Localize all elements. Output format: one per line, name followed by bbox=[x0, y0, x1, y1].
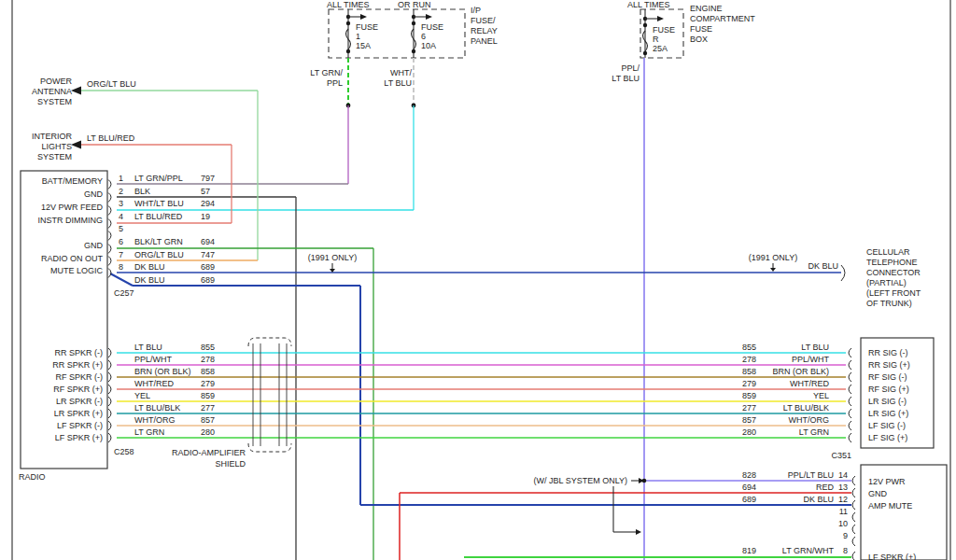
ip-fuse-relay-panel: ALL TIMES OR RUN I/P FUSE/ RELAY PANEL F… bbox=[327, 0, 498, 58]
pin-brace bbox=[852, 552, 855, 560]
pin-function-label: 12V PWR FEED bbox=[41, 203, 104, 212]
speaker-function-label: LF SPKR (+) bbox=[55, 433, 103, 442]
pin-brace bbox=[108, 245, 111, 254]
pin-brace bbox=[849, 348, 851, 357]
interior-lights-label: LIGHTS bbox=[41, 142, 72, 151]
left-arrow-icon bbox=[71, 87, 81, 95]
connector-c351: 855 LT BLU RR SIG (-) 278 PPL/WHT RR SIG… bbox=[742, 338, 934, 460]
circuit-number: 747 bbox=[201, 250, 215, 259]
pin-brace bbox=[852, 537, 855, 546]
wire-color-label: RED bbox=[816, 483, 835, 492]
wire-color-label: BLK/LT GRN bbox=[134, 237, 183, 246]
power-antenna-label: SYSTEM bbox=[37, 97, 72, 106]
pin-brace bbox=[108, 193, 111, 203]
pin-function-label: MUTE LOGIC bbox=[50, 266, 104, 275]
all-times-label: ALL TIMES bbox=[627, 0, 670, 9]
fuse-1-rating: 15A bbox=[356, 41, 371, 50]
right-arrow-icon bbox=[426, 14, 432, 20]
circuit-number: 819 bbox=[742, 546, 756, 555]
pin-brace bbox=[108, 219, 111, 229]
pin-brace bbox=[849, 409, 851, 418]
signal-function-label: LF SIG (-) bbox=[868, 421, 906, 430]
power-antenna-system: POWER ANTENNA SYSTEM ORG/LT BLU bbox=[32, 77, 136, 106]
pin-number: 9 bbox=[843, 531, 848, 540]
circuit-number: 279 bbox=[201, 379, 215, 388]
pin-brace bbox=[849, 360, 851, 370]
circuit-number: 694 bbox=[742, 483, 756, 492]
speaker-function-label: LR SPKR (-) bbox=[56, 397, 103, 406]
signal-function-label: RR SIG (-) bbox=[868, 348, 908, 357]
fuse-r-rating: 25A bbox=[653, 44, 668, 53]
wires bbox=[81, 58, 851, 560]
circuit-number: 858 bbox=[742, 367, 756, 376]
lt-blu-red-label: LT BLU/RED bbox=[87, 133, 135, 143]
pin-brace bbox=[108, 257, 111, 266]
fuse-1-terminal-dot bbox=[346, 21, 350, 25]
amp-function-label: 12V PWR bbox=[868, 477, 906, 486]
fuse-6-rating: 10A bbox=[421, 41, 436, 50]
connector-c258: RR SPKR (-) RR SPKR (+) RF SPKR (-) RF S… bbox=[52, 343, 215, 456]
wire-color-label: LT GRN bbox=[799, 427, 829, 437]
wire-color-label: BRN (OR BLK) bbox=[134, 367, 191, 376]
pin-number: 10 bbox=[838, 519, 848, 528]
wire-color-label: YEL bbox=[134, 391, 150, 400]
dk-blu-label: DK BLU bbox=[808, 261, 838, 271]
circuit-number: 859 bbox=[201, 391, 215, 400]
pin-brace bbox=[108, 409, 111, 418]
radio-label: RADIO bbox=[19, 472, 46, 482]
circuit-number: 855 bbox=[742, 343, 756, 352]
speaker-function-label: RR SPKR (+) bbox=[52, 360, 103, 370]
circuit-number: 689 bbox=[201, 275, 215, 285]
shield-label: SHIELD bbox=[215, 459, 246, 469]
signal-function-label: LF SIG (+) bbox=[868, 433, 907, 442]
signal-function-label: RF SIG (-) bbox=[868, 372, 907, 382]
right-arrow-icon bbox=[360, 14, 367, 20]
wire-689-dk-blu-branch-diagonal bbox=[110, 273, 133, 286]
ip-panel-label: RELAY bbox=[471, 26, 498, 35]
circuit-number: 280 bbox=[742, 427, 756, 437]
speaker-function-label: LR SPKR (+) bbox=[54, 409, 103, 418]
pin-function-label: INSTR DIMMING bbox=[38, 216, 104, 225]
interior-lights-system: INTERIOR LIGHTS SYSTEM LT BLU/RED bbox=[32, 132, 135, 161]
pin-brace bbox=[852, 525, 855, 534]
wire-color-label: LT GRN/WHT bbox=[782, 546, 835, 555]
speaker-function-label: LF SPKR (-) bbox=[57, 421, 103, 430]
pin-number: 14 bbox=[838, 470, 848, 480]
radio-pin-functions: BATT/MEMORY GND 12V PWR FEED INSTR DIMMI… bbox=[38, 176, 104, 275]
pin-function-label: BATT/MEMORY bbox=[42, 176, 103, 186]
wire-color-label: ORG/LT BLU bbox=[134, 250, 184, 259]
fuse-r-number: R bbox=[653, 35, 659, 44]
pin-brace bbox=[108, 180, 111, 189]
wire-color-label: DK BLU bbox=[134, 262, 165, 272]
pin-number: 4 bbox=[119, 212, 123, 221]
pin-brace bbox=[108, 372, 111, 382]
fuse-r-label: FUSE bbox=[653, 25, 675, 35]
circuit-number: 855 bbox=[201, 343, 215, 352]
pin-number: 1 bbox=[119, 174, 123, 183]
pin-number: 2 bbox=[119, 187, 123, 196]
wiring-diagram: ALL TIMES OR RUN I/P FUSE/ RELAY PANEL F… bbox=[0, 0, 956, 560]
pin-brace bbox=[108, 385, 111, 394]
signal-function-label: LR SIG (+) bbox=[868, 409, 908, 418]
circuit-number: 279 bbox=[742, 379, 756, 388]
connector-name-c351: C351 bbox=[831, 451, 851, 460]
circuit-number: 689 bbox=[201, 262, 215, 272]
ip-panel-label: PANEL bbox=[471, 36, 498, 46]
shield-label: RADIO-AMPLIFIER bbox=[172, 448, 246, 457]
speaker-function-label: RF SPKR (+) bbox=[53, 385, 103, 394]
connector-name-c258: C258 bbox=[114, 447, 134, 456]
cellular-label: CELLULAR bbox=[866, 247, 910, 257]
circuit-number: 294 bbox=[201, 199, 215, 208]
interior-lights-label: INTERIOR bbox=[32, 132, 73, 141]
cellular-label: (PARTIAL) bbox=[866, 278, 907, 287]
pin-number: 8 bbox=[119, 262, 123, 272]
power-antenna-label: POWER bbox=[40, 77, 73, 86]
wire-label-ppl-lt-blu: PPL/ bbox=[621, 63, 640, 73]
left-arrow-icon bbox=[71, 141, 81, 149]
right-arrow-icon bbox=[636, 529, 641, 535]
amp-connector: 828 PPL/LT BLU 14 12V PWR 694 RED 13 GND… bbox=[742, 465, 947, 560]
pin-brace bbox=[108, 421, 111, 430]
pin-number: 3 bbox=[119, 199, 123, 208]
wire-color-label: PPL/WHT bbox=[134, 355, 173, 364]
circuit-number: 280 bbox=[201, 427, 215, 437]
